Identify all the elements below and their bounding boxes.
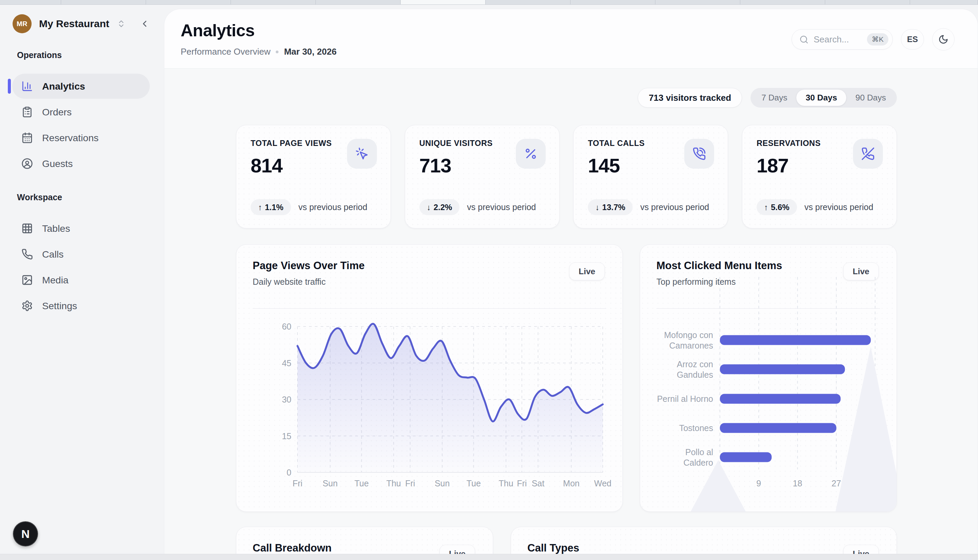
- svg-text:Mofongo con: Mofongo con: [664, 330, 713, 340]
- window-bottom-strip: [0, 554, 978, 560]
- visitors-tracked-badge: 713 visitors tracked: [638, 88, 742, 108]
- toolbar: 713 visitors tracked 7 Days30 Days90 Day…: [236, 88, 897, 108]
- header-date: Mar 30, 2026: [284, 47, 337, 57]
- svg-text:Fri: Fri: [405, 478, 415, 488]
- sidebar-item-orders[interactable]: Orders: [12, 100, 150, 125]
- browser-tab[interactable]: [825, 0, 910, 4]
- stat-card-reservations: RESERVATIONS 187 ↑ 5.6% vs previous peri…: [742, 125, 897, 228]
- browser-tab[interactable]: [231, 0, 316, 4]
- main-panel: Analytics Performance Overview Mar 30, 2…: [164, 9, 978, 560]
- svg-text:0: 0: [718, 478, 722, 488]
- breadcrumb: Performance Overview Mar 30, 2026: [181, 47, 337, 57]
- date-range-segmented-control: 7 Days30 Days90 Days: [751, 88, 897, 108]
- page-views-subtitle: Daily website traffic: [253, 277, 606, 287]
- language-button[interactable]: ES: [901, 29, 924, 50]
- chart-column-icon: [22, 80, 33, 92]
- grid-icon: [22, 223, 33, 234]
- moon-icon: [938, 34, 948, 45]
- call-types-title: Call Types: [527, 542, 880, 554]
- breadcrumb-section: Performance Overview: [181, 47, 270, 57]
- page-title: Analytics: [181, 21, 337, 40]
- sidebar-item-calls[interactable]: Calls: [12, 242, 150, 267]
- browser-tab[interactable]: [316, 0, 401, 4]
- sidebar-item-label: Tables: [42, 223, 70, 234]
- browser-tab[interactable]: [486, 0, 571, 4]
- stat-compare-text: vs previous period: [640, 202, 709, 212]
- menu-items-live-badge[interactable]: Live: [843, 262, 879, 280]
- svg-text:Thu: Thu: [499, 478, 513, 488]
- page-views-title: Page Views Over Time: [253, 260, 606, 272]
- sidebar: MR My Restaurant OperationsAnalyticsOrde…: [0, 5, 164, 560]
- browser-tab[interactable]: [61, 0, 146, 4]
- trend-arrow-icon: ↑: [258, 203, 262, 212]
- svg-text:9: 9: [756, 478, 761, 488]
- svg-text:Wed: Wed: [594, 478, 612, 488]
- svg-text:Camarones: Camarones: [669, 341, 713, 350]
- stat-compare-text: vs previous period: [299, 202, 367, 212]
- stat-compare-text: vs previous period: [467, 202, 536, 212]
- svg-text:Tostones: Tostones: [679, 423, 713, 433]
- breadcrumb-separator-dot: [276, 50, 279, 53]
- stat-change-badge: ↓ 2.2%: [419, 199, 460, 215]
- stat-card-unique-visitors: UNIQUE VISITORS 713 ↓ 2.2% vs previous p…: [405, 125, 560, 228]
- cursor-click-icon: [347, 139, 377, 169]
- page-views-live-badge[interactable]: Live: [569, 262, 605, 280]
- sidebar-item-label: Reservations: [42, 132, 98, 143]
- sidebar-item-guests[interactable]: Guests: [12, 151, 150, 176]
- user-circle-icon: [22, 158, 33, 169]
- svg-text:36: 36: [870, 478, 880, 488]
- sidebar-item-reservations[interactable]: Reservations: [12, 125, 150, 150]
- range-option-30-days[interactable]: 30 Days: [796, 90, 846, 106]
- svg-text:Thu: Thu: [386, 478, 401, 488]
- browser-tab-strip[interactable]: [0, 0, 978, 5]
- browser-tab[interactable]: [910, 0, 978, 4]
- svg-text:60: 60: [282, 322, 291, 331]
- search-shortcut-badge: ⌘K: [867, 33, 888, 45]
- sidebar-item-label: Calls: [42, 249, 63, 260]
- browser-tab[interactable]: [401, 0, 486, 4]
- sidebar-nav: OperationsAnalyticsOrdersReservationsGue…: [0, 50, 164, 318]
- browser-tab[interactable]: [571, 0, 655, 4]
- sidebar-item-media[interactable]: Media: [12, 267, 150, 293]
- svg-text:Fri: Fri: [517, 478, 527, 488]
- browser-tab[interactable]: [0, 0, 61, 4]
- sidebar-item-analytics[interactable]: Analytics: [12, 73, 150, 99]
- sidebar-collapse-button[interactable]: [137, 17, 152, 31]
- trend-arrow-icon: ↓: [595, 203, 599, 212]
- stat-change-badge: ↑ 5.6%: [757, 199, 797, 215]
- svg-text:Pernil al Horno: Pernil al Horno: [657, 394, 713, 403]
- phone-icon: [22, 248, 33, 260]
- page-header: Analytics Performance Overview Mar 30, 2…: [164, 9, 978, 68]
- browser-tab[interactable]: [655, 0, 740, 4]
- browser-tab[interactable]: [740, 0, 825, 4]
- svg-text:0: 0: [287, 468, 291, 477]
- svg-text:18: 18: [793, 478, 803, 488]
- search-input[interactable]: Search... ⌘K: [791, 29, 893, 50]
- stat-card-total-page-views: TOTAL PAGE VIEWS 814 ↑ 1.1% vs previous …: [236, 125, 391, 228]
- sidebar-item-settings[interactable]: Settings: [12, 293, 150, 318]
- svg-text:Tue: Tue: [467, 478, 481, 488]
- workspace-avatar: MR: [13, 14, 32, 33]
- svg-text:30: 30: [282, 395, 291, 404]
- trend-arrow-icon: ↓: [427, 203, 431, 212]
- sidebar-item-label: Settings: [42, 300, 77, 312]
- charts-row: Page Views Over Time Daily website traff…: [236, 244, 897, 512]
- stat-card-total-calls: TOTAL CALLS 145 ↓ 13.7% vs previous peri…: [573, 125, 728, 228]
- svg-text:Tue: Tue: [354, 478, 369, 488]
- menu-items-card: Most Clicked Menu Items Top performing i…: [640, 244, 897, 512]
- search-placeholder: Search...: [814, 34, 849, 45]
- svg-text:Caldero: Caldero: [683, 458, 713, 467]
- divider: [253, 308, 606, 309]
- range-option-90-days[interactable]: 90 Days: [846, 90, 895, 106]
- nextjs-dev-badge[interactable]: N: [13, 521, 38, 547]
- svg-text:Sat: Sat: [532, 478, 545, 488]
- browser-tab[interactable]: [146, 0, 231, 4]
- calendar-icon: [22, 132, 33, 143]
- sidebar-item-tables[interactable]: Tables: [12, 216, 150, 241]
- dark-mode-button[interactable]: [932, 28, 955, 50]
- sidebar-item-label: Guests: [42, 158, 73, 169]
- active-indicator: [8, 79, 11, 94]
- workspace-switcher[interactable]: MR My Restaurant: [13, 14, 126, 33]
- app-root: MR My Restaurant OperationsAnalyticsOrde…: [0, 5, 978, 560]
- range-option-7-days[interactable]: 7 Days: [752, 90, 796, 106]
